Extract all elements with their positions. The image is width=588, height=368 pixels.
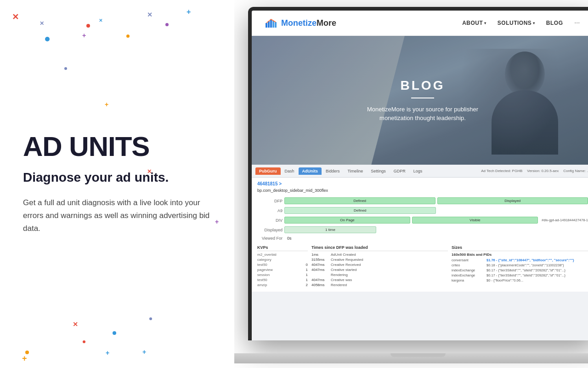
dashboard-tabs: PubGuru Dash AdUnits Bidders Timeline Se… <box>252 165 588 178</box>
status-row-displayed: Displayed 1 time <box>257 226 588 233</box>
tab-adunits[interactable]: AdUnits <box>299 167 322 175</box>
decoration-plus: + <box>215 218 219 225</box>
logo-text: MonetizeMore <box>281 18 336 28</box>
decoration-plus: + <box>22 354 27 362</box>
tab-settings[interactable]: Settings <box>367 167 390 175</box>
blog-hero: BLOG MonetizeMore is your source for pub… <box>252 36 588 165</box>
laptop-screen: MonetizeMore ABOUT ▾ SOLUTIONS ▾ <box>252 11 588 340</box>
dashboard-content: 46481815 > bp.com_desktop_sidebar_mid_30… <box>252 178 588 292</box>
dfp-status-displayed: Displayed <box>437 197 588 204</box>
hero-title: BLOG <box>354 78 492 93</box>
a9-status-defined: Defined <box>284 207 436 214</box>
decoration-dot <box>25 351 29 354</box>
ad-id[interactable]: 46481815 > <box>257 181 588 186</box>
tab-bidders[interactable]: Bidders <box>322 167 344 175</box>
nav-about[interactable]: ABOUT ▾ <box>462 20 486 26</box>
ad-name: bp.com_desktop_sidebar_mid_300flex <box>257 188 588 193</box>
nav-extra[interactable]: ⋯ <box>574 20 580 26</box>
status-row-div: DIV On Page Visible #div-gpt-ad-14918444… <box>257 217 588 224</box>
tab-pubguru[interactable]: PubGuru <box>255 167 281 175</box>
page-description: Get a full ad unit diagnosis with a live… <box>23 196 211 235</box>
decoration-dot <box>126 34 130 38</box>
displayed-status: 1 time <box>284 226 376 233</box>
status-row-a9: A9 Defined <box>257 207 588 214</box>
status-row-dfp: DFP Defined Displayed <box>257 197 588 204</box>
nav-links: ABOUT ▾ SOLUTIONS ▾ BLOG ⋯ <box>462 20 580 26</box>
tab-gdpr[interactable]: GDPR <box>390 167 409 175</box>
decoration-dot <box>113 331 116 335</box>
laptop-frame: MonetizeMore ABOUT ▾ SOLUTIONS ▾ <box>248 7 588 340</box>
decoration-dot <box>64 67 67 70</box>
decoration-plus: + <box>187 8 191 16</box>
tab-timeline[interactable]: Timeline <box>344 167 367 175</box>
svg-rect-4 <box>275 22 277 28</box>
decoration-plus: + <box>106 350 109 356</box>
dashboard-header-right: Ad Tech Detected: PGHB Version: 0.20.5-a… <box>481 169 588 173</box>
svg-rect-0 <box>266 23 267 28</box>
kvps-column: KVPs m2_overbid category test500 pagevie… <box>257 245 308 288</box>
decoration-plus: + <box>142 349 146 355</box>
nav-blog[interactable]: BLOG <box>546 20 563 26</box>
div-status-visible: Visible <box>412 217 538 224</box>
main-content: AD UNITS Diagnose your ad units. Get a f… <box>23 133 211 235</box>
laptop-base <box>234 353 588 363</box>
svg-rect-2 <box>270 19 272 28</box>
decoration-dot <box>165 23 169 26</box>
dfp-status-defined: Defined <box>284 197 435 204</box>
decoration-dot <box>83 340 85 343</box>
sizes-column: Sizes 160x500 Bids and PIDs conversant $… <box>452 245 588 288</box>
hero-subtitle: MonetizeMore is your source for publishe… <box>354 105 492 123</box>
tab-dash[interactable]: Dash <box>281 167 298 175</box>
page-title: AD UNITS <box>23 133 211 161</box>
left-panel: ✕✕+++✕✕+✕+++✕ AD UNITS Diagnose your ad … <box>0 0 234 368</box>
dashboard-data-grid: KVPs m2_overbid category test500 pagevie… <box>257 245 588 288</box>
right-panel: MonetizeMore ABOUT ▾ SOLUTIONS ▾ <box>234 0 588 368</box>
hero-divider <box>411 98 434 98</box>
hero-text: BLOG MonetizeMore is your source for pub… <box>354 78 492 123</box>
svg-rect-3 <box>272 21 274 28</box>
decoration-x: ✕ <box>99 18 102 23</box>
page-subtitle: Diagnose your ad units. <box>23 170 211 185</box>
div-status-onpage: On Page <box>284 217 410 224</box>
status-row-viewedfor: Viewed For 0s <box>257 236 588 241</box>
decoration-x: ✕ <box>73 321 78 328</box>
decoration-dot <box>45 37 50 41</box>
decoration-x: ✕ <box>147 12 153 18</box>
nav-solutions[interactable]: SOLUTIONS ▾ <box>498 20 535 26</box>
decoration-dot <box>86 24 90 28</box>
decoration-plus: + <box>105 101 108 108</box>
decoration-plus: + <box>82 32 86 39</box>
laptop-outer: MonetizeMore ABOUT ▾ SOLUTIONS ▾ <box>234 0 588 368</box>
chevron-down-icon: ▾ <box>484 21 486 25</box>
decoration-x: ✕ <box>12 13 19 21</box>
site-nav: MonetizeMore ABOUT ▾ SOLUTIONS ▾ <box>252 11 588 36</box>
times-column: Times since DFP was loaded 1msAdUnit Cre… <box>311 245 448 288</box>
tab-logs[interactable]: Logs <box>410 167 426 175</box>
chevron-down-icon: ▾ <box>533 21 535 25</box>
decoration-dot <box>149 317 152 320</box>
decoration-x: ✕ <box>40 21 44 26</box>
site-logo: MonetizeMore <box>266 18 336 28</box>
svg-rect-1 <box>268 21 270 28</box>
dashboard-panel: PubGuru Dash AdUnits Bidders Timeline Se… <box>252 165 588 340</box>
website-content: MonetizeMore ABOUT ▾ SOLUTIONS ▾ <box>252 11 588 340</box>
logo-icon <box>266 18 278 28</box>
